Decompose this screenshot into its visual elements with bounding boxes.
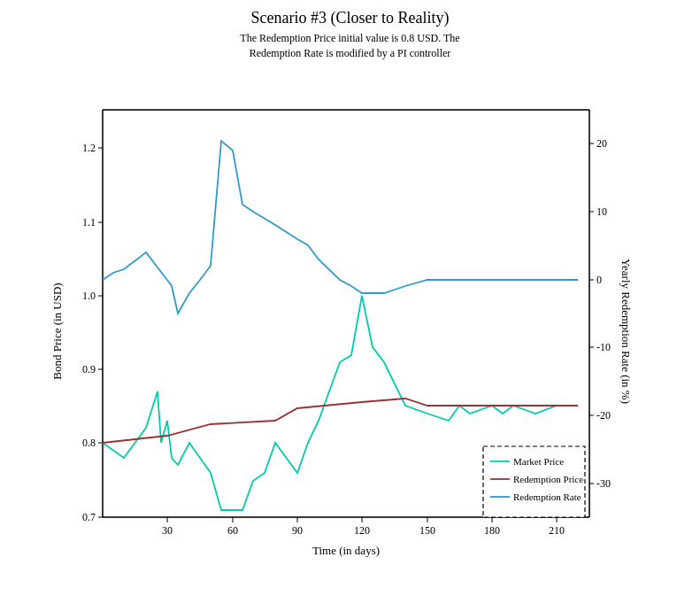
chart-subtitle: The Redemption Price initial value is 0.… [240,31,459,61]
x-axis: 30 60 90 120 150 180 210 [162,517,565,537]
right-y-axis: -30 -20 -10 0 10 20 [589,137,611,490]
y-tick-0.8: 0.8 [82,437,96,449]
legend-market-price-label: Market Price [513,456,564,467]
y-right-tick--10: -10 [596,341,611,353]
x-axis-label: Time (in days) [312,544,379,557]
x-tick-30: 30 [162,524,173,537]
y-right-tick-0: 0 [596,274,602,286]
y-tick-1.2: 1.2 [82,142,96,154]
x-tick-60: 60 [227,524,238,537]
y-right-tick-20: 20 [596,137,607,150]
chart-svg: 0.7 0.8 0.9 1.0 1.1 1.2 [50,101,651,561]
chart-title: Scenario #3 (Closer to Reality) [251,9,450,27]
y-tick-1.0: 1.0 [82,290,96,302]
x-tick-90: 90 [292,524,303,537]
y-axis-right-label: Yearly Redemption Rate (in %) [619,259,633,404]
legend-redemption-price-label: Redemption Price [513,474,583,484]
chart-area: Bond Price (in USD) Yearly Redemption Ra… [0,66,700,596]
y-tick-1.1: 1.1 [82,216,96,228]
y-tick-0.7: 0.7 [82,511,96,523]
y-right-tick-10: 10 [596,205,607,218]
y-axis-left-label: Bond Price (in USD) [50,283,65,379]
x-tick-150: 150 [419,524,435,537]
chart-container: Scenario #3 (Closer to Reality) The Rede… [0,0,700,596]
left-y-axis: 0.7 0.8 0.9 1.0 1.1 1.2 [82,142,103,523]
y-tick-0.9: 0.9 [82,363,96,375]
y-right-tick--20: -20 [596,409,611,422]
x-tick-210: 210 [549,524,565,537]
legend-redemption-rate-label: Redemption Rate [513,492,581,502]
x-tick-120: 120 [354,524,370,537]
x-tick-180: 180 [484,524,500,537]
y-right-tick--30: -30 [596,477,611,490]
